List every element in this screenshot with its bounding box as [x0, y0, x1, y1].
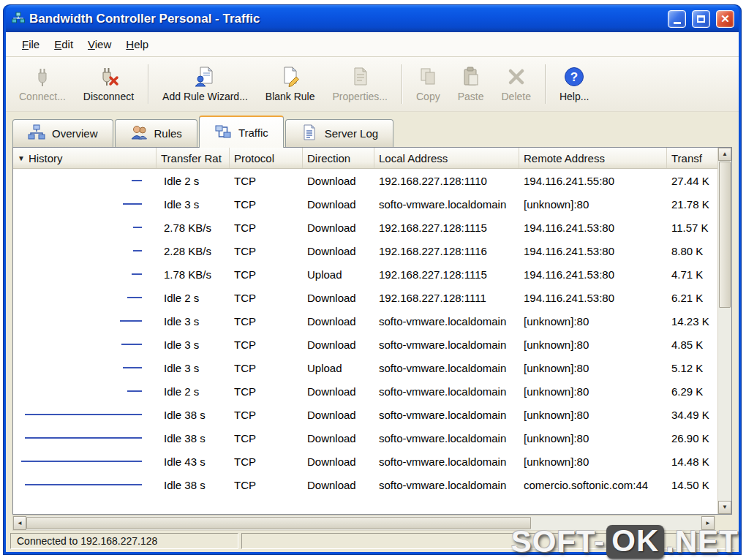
table-row[interactable]: Idle 3 s TCP Upload softo-vmware.localdo…	[13, 356, 717, 379]
tab-rules[interactable]: Rules	[115, 119, 197, 147]
column-header[interactable]: Transf	[667, 148, 717, 168]
blank-rule-button[interactable]: Blank Rule	[257, 63, 324, 105]
table-row[interactable]: Idle 3 s TCP Download softo-vmware.local…	[13, 333, 717, 356]
help-button[interactable]: ? Help...	[551, 63, 598, 105]
column-header[interactable]: Remote Address	[519, 148, 667, 168]
history-sparkline	[132, 180, 142, 181]
transferred-cell: 34.49 K	[667, 409, 717, 421]
history-cell	[13, 484, 157, 485]
table-row[interactable]: 2.28 KB/s TCP Download 192.168.227.128:1…	[13, 239, 717, 262]
scroll-right-button[interactable]: ►	[701, 516, 715, 530]
rules-icon	[130, 124, 148, 143]
table-row[interactable]: Idle 2 s TCP Download 192.168.227.128:11…	[13, 169, 717, 192]
arrow-right-icon: ►	[705, 520, 711, 526]
column-header[interactable]: ▼History	[13, 148, 157, 168]
horizontal-scrollbar-thumb[interactable]	[26, 517, 531, 529]
remote-address-cell: [unknown]:80	[519, 385, 667, 398]
table-row[interactable]: Idle 2 s TCP Download softo-vmware.local…	[13, 379, 717, 403]
help-icon: ?	[562, 66, 586, 88]
column-label: History	[29, 152, 63, 164]
direction-cell: Download	[303, 338, 374, 351]
direction-cell: Download	[303, 245, 374, 257]
maximize-button[interactable]	[692, 10, 710, 28]
menu-view[interactable]: View	[80, 33, 118, 56]
direction-cell: Download	[303, 455, 374, 468]
app-icon[interactable]	[12, 12, 25, 26]
table-header: ▼History Transfer Rat Protocol Direction…	[13, 148, 717, 169]
horizontal-scrollbar[interactable]: ◄ ►	[12, 515, 715, 531]
remote-address-cell: [unknown]:80	[519, 198, 667, 211]
tab-label: Traffic	[238, 126, 268, 139]
local-address-cell: softo-vmware.localdomain	[374, 315, 519, 328]
menu-edit[interactable]: Edit	[47, 33, 80, 56]
local-address-cell: 192.168.227.128:1116	[374, 245, 519, 257]
scroll-down-button[interactable]: ▼	[718, 501, 731, 514]
vertical-scrollbar-track[interactable]	[718, 309, 731, 501]
disconnect-button[interactable]: Disconnect	[75, 63, 143, 105]
maximize-icon	[697, 15, 705, 23]
history-cell	[13, 344, 157, 345]
history-cell	[13, 180, 157, 181]
tab-server-log[interactable]: Server Log	[285, 119, 393, 147]
tab-label: Overview	[52, 127, 98, 140]
transferred-cell: 14.50 K	[667, 479, 717, 491]
tab-label: Server Log	[325, 127, 378, 140]
direction-cell: Upload	[303, 362, 374, 374]
table-row[interactable]: Idle 38 s TCP Download softo-vmware.loca…	[13, 403, 717, 426]
remote-address-cell: comercio.softonic.com:44	[519, 479, 667, 491]
table-row[interactable]: Idle 38 s TCP Download softo-vmware.loca…	[13, 426, 717, 450]
local-address-cell: 192.168.227.128:1110	[374, 175, 519, 187]
protocol-cell: TCP	[230, 409, 303, 421]
protocol-cell: TCP	[230, 245, 303, 257]
table-row[interactable]: Idle 2 s TCP Download 192.168.227.128:11…	[13, 286, 717, 309]
horizontal-scrollbar-track[interactable]	[531, 516, 701, 530]
remote-address-cell: 194.116.241.53:80	[519, 292, 667, 304]
traffic-icon	[214, 124, 232, 142]
minimize-button[interactable]	[668, 10, 686, 28]
protocol-cell: TCP	[230, 198, 303, 211]
menu-file[interactable]: File	[15, 33, 47, 56]
table-row[interactable]: Idle 3 s TCP Download softo-vmware.local…	[13, 309, 717, 333]
remote-address-cell: 194.116.241.55:80	[519, 175, 667, 187]
history-cell	[13, 320, 157, 322]
table-row[interactable]: 2.78 KB/s TCP Download 192.168.227.128:1…	[13, 216, 717, 239]
traffic-table: ▼History Transfer Rat Protocol Direction…	[13, 148, 717, 514]
local-address-cell: softo-vmware.localdomain	[374, 479, 519, 491]
table-row[interactable]: 1.78 KB/s TCP Upload 192.168.227.128:111…	[13, 262, 717, 286]
column-header[interactable]: Transfer Rat	[157, 148, 230, 168]
tab-overview[interactable]: Overview	[12, 119, 113, 147]
transfer-rate-cell: Idle 3 s	[157, 315, 230, 328]
delete-icon	[505, 66, 528, 88]
column-header[interactable]: Protocol	[230, 148, 303, 168]
remote-address-cell: [unknown]:80	[519, 362, 667, 374]
transferred-cell: 26.90 K	[667, 432, 717, 444]
table-row[interactable]: Idle 3 s TCP Download softo-vmware.local…	[13, 192, 717, 216]
copy-button: Copy	[407, 63, 449, 105]
properties-button: Properties...	[324, 63, 396, 105]
close-button[interactable]: ✕	[716, 10, 734, 28]
client-area: File Edit View Help Connect...	[6, 32, 739, 552]
column-header[interactable]: Local Address	[374, 148, 519, 168]
remote-address-cell: 194.116.241.53:80	[519, 245, 667, 257]
scroll-up-button[interactable]: ▲	[718, 148, 731, 161]
table-row[interactable]: Idle 43 s TCP Download softo-vmware.loca…	[13, 450, 717, 473]
vertical-scrollbar[interactable]: ▲ ▼	[717, 148, 731, 514]
history-sparkline	[25, 414, 142, 415]
transfer-rate-cell: 1.78 KB/s	[157, 268, 230, 281]
history-sparkline	[25, 484, 142, 485]
traffic-table-pane: ▼History Transfer Rat Protocol Direction…	[12, 147, 732, 515]
history-sparkline	[120, 320, 142, 322]
column-label: Transf	[671, 152, 702, 164]
tab-traffic[interactable]: Traffic	[199, 116, 284, 148]
table-row[interactable]: Idle 38 s TCP Download softo-vmware.loca…	[13, 473, 717, 496]
column-header[interactable]: Direction	[303, 148, 374, 168]
toolbar-separator	[402, 64, 402, 104]
column-label: Local Address	[379, 152, 448, 164]
add-rule-wizard-button[interactable]: Add Rule Wizard...	[154, 63, 257, 105]
protocol-cell: TCP	[230, 292, 303, 304]
titlebar[interactable]: Bandwidth Controller Personal - Traffic …	[6, 5, 739, 32]
menu-help[interactable]: Help	[118, 33, 156, 56]
vertical-scrollbar-thumb[interactable]	[719, 162, 731, 308]
direction-cell: Download	[303, 479, 374, 491]
scroll-left-button[interactable]: ◄	[13, 516, 26, 530]
